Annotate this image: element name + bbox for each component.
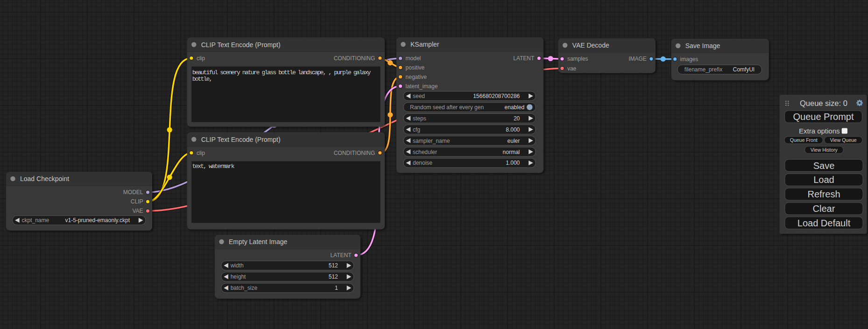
svg-text:20: 20: [514, 115, 520, 122]
svg-text:clip: clip: [197, 150, 205, 156]
svg-text:batch_size: batch_size: [231, 285, 258, 291]
svg-text:vae: vae: [567, 65, 577, 72]
svg-text:sampler_name: sampler_name: [413, 138, 450, 144]
svg-text:euler: euler: [508, 138, 520, 144]
svg-text:Load: Load: [813, 175, 834, 185]
svg-text:Extra options: Extra options: [799, 127, 840, 135]
svg-text:Random seed after every gen: Random seed after every gen: [410, 104, 484, 111]
svg-text:512: 512: [329, 262, 338, 269]
svg-text:CONDITIONING: CONDITIONING: [334, 55, 375, 62]
svg-text:CONDITIONING: CONDITIONING: [334, 150, 375, 156]
svg-text:enabled: enabled: [505, 104, 525, 111]
svg-text:latent_image: latent_image: [406, 83, 438, 90]
svg-text:width: width: [230, 262, 244, 269]
svg-text:steps: steps: [413, 115, 426, 122]
svg-text:positive: positive: [406, 64, 425, 71]
svg-text:Queue Front: Queue Front: [790, 137, 818, 143]
svg-text:height: height: [231, 273, 246, 280]
svg-text:bottle,: bottle,: [192, 76, 212, 83]
svg-text:Load Checkpoint: Load Checkpoint: [20, 175, 69, 182]
svg-text:MODEL: MODEL: [123, 189, 143, 196]
svg-text:negative: negative: [406, 74, 427, 80]
svg-text:beautiful scenery nature glass: beautiful scenery nature glass bottle la…: [192, 69, 371, 76]
svg-text:View Queue: View Queue: [830, 137, 857, 143]
svg-text:Load Default: Load Default: [797, 218, 851, 228]
svg-text:filename_prefix: filename_prefix: [685, 66, 722, 73]
svg-text:CLIP Text Encode (Prompt): CLIP Text Encode (Prompt): [201, 136, 281, 143]
svg-text:ComfyUI: ComfyUI: [733, 66, 755, 73]
svg-text:LATENT: LATENT: [513, 55, 535, 62]
svg-text:denoise: denoise: [413, 160, 432, 166]
svg-text:VAE Decode: VAE Decode: [572, 42, 609, 49]
svg-text:Refresh: Refresh: [807, 189, 840, 199]
svg-text:1: 1: [335, 285, 338, 291]
svg-text:LATENT: LATENT: [330, 252, 352, 259]
svg-text:v1-5-pruned-emaonly.ckpt: v1-5-pruned-emaonly.ckpt: [65, 217, 130, 224]
svg-text:156680208700286: 156680208700286: [473, 93, 520, 99]
svg-text:Clear: Clear: [813, 203, 835, 214]
svg-text:text, watermark: text, watermark: [192, 163, 234, 170]
svg-text:Queue size: 0: Queue size: 0: [800, 99, 847, 107]
svg-text:seed: seed: [413, 93, 425, 99]
svg-text:normal: normal: [503, 149, 520, 155]
svg-text:IMAGE: IMAGE: [628, 56, 647, 62]
svg-text:Save Image: Save Image: [685, 42, 720, 49]
svg-text:CLIP Text Encode (Prompt): CLIP Text Encode (Prompt): [201, 41, 281, 49]
svg-text:View History: View History: [811, 147, 838, 153]
svg-text:Queue Prompt: Queue Prompt: [793, 112, 854, 122]
svg-text:KSampler: KSampler: [410, 41, 439, 48]
svg-text:Empty Latent Image: Empty Latent Image: [229, 238, 288, 245]
svg-text:512: 512: [329, 273, 338, 280]
svg-text:cfg: cfg: [413, 126, 420, 133]
svg-text:ckpt_name: ckpt_name: [22, 217, 49, 224]
svg-text:model: model: [406, 55, 421, 62]
svg-text:Save: Save: [813, 161, 835, 171]
svg-text:CLIP: CLIP: [131, 198, 143, 205]
svg-text:1.000: 1.000: [506, 160, 520, 166]
svg-text:VAE: VAE: [132, 208, 143, 214]
svg-text:8.000: 8.000: [506, 126, 520, 133]
svg-text:images: images: [680, 56, 699, 63]
svg-text:clip: clip: [197, 55, 205, 62]
svg-text:scheduler: scheduler: [413, 149, 437, 155]
svg-text:samples: samples: [567, 56, 588, 62]
